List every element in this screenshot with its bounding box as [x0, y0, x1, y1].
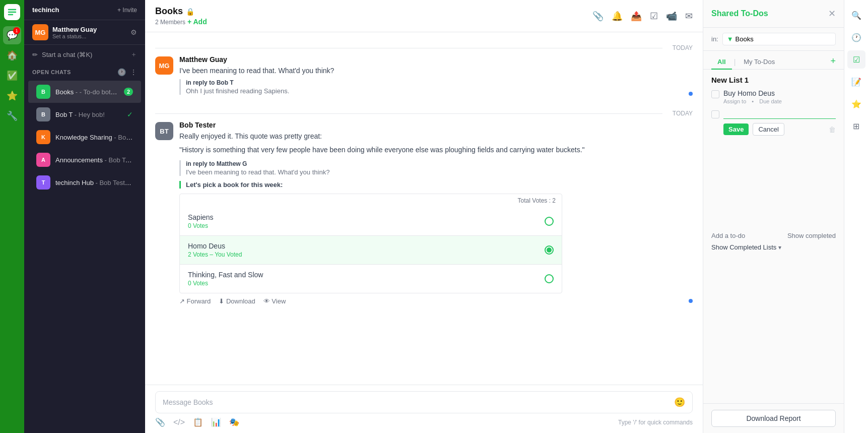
notes-sidebar-icon[interactable]: 📝	[847, 73, 865, 91]
chat-info-books: Books - - To-do bot: Matthew Gu	[55, 88, 119, 96]
todo-list-name: New List 1	[711, 76, 836, 84]
msg-quote: "History is something that very few peop…	[179, 145, 683, 155]
chat-item-books[interactable]: B Books - - To-do bot: Matthew Gu 2	[28, 81, 141, 103]
chat-item-bob[interactable]: B Bob T - Hey bob! ✓	[28, 103, 141, 126]
chat-item-knowledge[interactable]: K Knowledge Sharing - Bob Test	[28, 126, 141, 148]
attach-tool-icon[interactable]: 📎	[155, 417, 165, 427]
open-chats-actions: 🕐 ⋮	[117, 68, 137, 76]
msg-text-1: I've been meaning to read that. What'd y…	[179, 66, 683, 76]
todo-new-item-row	[711, 108, 836, 119]
start-chat-label: Start a chat (⌘K)	[42, 51, 92, 58]
msg-author-2: Bob Tester	[179, 121, 683, 129]
chat-item-announcements[interactable]: A Announcements - Bob Tester j...	[28, 149, 141, 171]
add-chat-icon[interactable]: ＋	[130, 50, 137, 59]
forward-action[interactable]: ↗ Forward	[179, 297, 211, 305]
todo-delete-icon[interactable]: 🗑	[829, 126, 836, 134]
poll-option-homo-deus[interactable]: Homo Deus 2 Votes – You Voted	[180, 236, 562, 265]
chat-avatar-bob: B	[36, 107, 50, 121]
open-chats-label: OPEN CHATS	[32, 69, 71, 75]
chart-tool-icon[interactable]: 📊	[211, 417, 221, 427]
download-report-button[interactable]: Download Report	[711, 410, 836, 427]
msg-content-2: Bob Tester Really enjoyed it. This quote…	[179, 121, 683, 305]
apps-sidebar-icon[interactable]: ⊞	[847, 117, 865, 135]
todo-save-button[interactable]: Save	[723, 123, 749, 135]
emoji-icon[interactable]: 🙂	[674, 397, 685, 408]
code-tool-icon[interactable]: </>	[173, 418, 185, 427]
main-chat: Books 🔒 2 Members + Add 📎 🔔 📤 ☑ 📹 ✉ TODA…	[145, 0, 703, 433]
chat-nav-icon[interactable]: 💬 1	[3, 26, 21, 44]
mute-icon[interactable]: 🔔	[612, 11, 623, 22]
poll-radio-thinking[interactable]	[545, 274, 554, 283]
history-sidebar-icon[interactable]: 🕐	[847, 28, 865, 46]
todo-close-button[interactable]: ✕	[828, 8, 836, 19]
todo-checkbox-1[interactable]	[711, 90, 719, 98]
start-chat-row[interactable]: ✏ Start a chat (⌘K) ＋	[24, 45, 145, 64]
tab-all[interactable]: All	[711, 55, 732, 70]
more-options-icon[interactable]: ⋮	[130, 68, 137, 76]
message-group-2: BT Bob Tester Really enjoyed it. This qu…	[155, 121, 693, 305]
poll-option-sapiens[interactable]: Sapiens 0 Votes	[180, 207, 562, 236]
todo-filter-input[interactable]: ▼ Books	[722, 33, 836, 45]
history-icon[interactable]: 🕐	[117, 68, 126, 76]
view-action[interactable]: 👁 View	[263, 297, 286, 305]
nav-header: techinch + Invite	[24, 0, 145, 20]
todo-tabs: All | My To-Dos +	[703, 51, 844, 70]
show-completed-link[interactable]: Show completed	[787, 232, 836, 239]
todo-filter-label: in:	[711, 35, 718, 43]
star-nav-icon[interactable]: ⭐	[3, 87, 21, 105]
search-sidebar-icon[interactable]: 🔍	[847, 6, 865, 24]
filter-icon: ▼	[727, 35, 733, 43]
home-nav-icon[interactable]: 🏠	[3, 46, 21, 65]
message-input-area: 🙂 📎 </> 📋 📊 🎭 Type '/' for quick command…	[145, 385, 703, 433]
poll-section: Let's pick a book for this week: Total V…	[179, 181, 683, 293]
todo-icon[interactable]: ☑	[650, 11, 658, 22]
due-date-label[interactable]: Due date	[759, 98, 782, 104]
note-tool-icon[interactable]: 📋	[193, 417, 203, 427]
settings-nav-icon[interactable]: 🔧	[3, 107, 21, 125]
show-completed-lists-label: Show Completed Lists	[711, 243, 776, 251]
tasks-nav-icon[interactable]: ✅	[3, 67, 21, 85]
giphy-tool-icon[interactable]: 🎭	[229, 417, 239, 427]
assign-to-label[interactable]: Assign to	[723, 98, 746, 104]
messages-area: TODAY MG Matthew Guay I've been meaning …	[145, 32, 703, 385]
gear-icon[interactable]: ⚙	[130, 28, 137, 36]
app-logo[interactable]	[4, 4, 20, 20]
chat-header: Books 🔒 2 Members + Add 📎 🔔 📤 ☑ 📹 ✉	[145, 0, 703, 32]
todo-checkbox-new[interactable]	[711, 110, 719, 118]
add-list-button[interactable]: +	[830, 56, 836, 69]
tab-my-todos[interactable]: My To-Dos	[738, 55, 781, 70]
chat-name-announcements: Announcements - Bob Tester j...	[55, 156, 133, 164]
add-todo-link[interactable]: Add a to-do	[711, 232, 745, 239]
download-action[interactable]: ⬇ Download	[219, 297, 255, 305]
message-input[interactable]	[163, 398, 670, 406]
todo-item-meta-1: Assign to • Due date	[723, 98, 836, 104]
chat-info-knowledge: Knowledge Sharing - Bob Test	[55, 134, 133, 141]
user-info: Matthew Guay Set a status...	[52, 26, 126, 39]
add-members-button[interactable]: + Add	[187, 18, 207, 26]
chat-title-row: Books 🔒	[155, 6, 207, 17]
reply-text-2: I've been meaning to read that. What'd y…	[186, 168, 683, 176]
poll-option-sapiens-text: Sapiens	[188, 213, 214, 221]
share-icon[interactable]: 📤	[631, 11, 642, 22]
poll-radio-homo-deus[interactable]	[545, 245, 554, 255]
todo-sidebar-icon[interactable]: ☑	[847, 50, 865, 69]
reply-block-1: in reply to Bob T Ohh I just finished re…	[179, 79, 683, 95]
poll-option-thinking[interactable]: Thinking, Fast and Slow 0 Votes	[180, 265, 562, 293]
email-icon[interactable]: ✉	[685, 11, 693, 22]
star-sidebar-icon[interactable]: ⭐	[847, 95, 865, 113]
chat-check-bob: ✓	[127, 110, 133, 118]
chat-item-hub[interactable]: T techinch Hub - Bob Tester join...	[28, 171, 141, 194]
todo-new-input[interactable]	[723, 108, 836, 119]
todo-cancel-button[interactable]: Cancel	[753, 123, 784, 136]
todo-panel-title: Shared To-Dos	[711, 9, 768, 18]
poll-radio-sapiens[interactable]	[545, 217, 554, 226]
chat-name-hub: techinch Hub - Bob Tester join...	[55, 179, 133, 187]
chat-avatar-announcements: A	[36, 153, 50, 167]
attach-icon[interactable]: 📎	[592, 11, 604, 22]
show-completed-lists-row[interactable]: Show Completed Lists ▾	[703, 241, 844, 257]
nav-panel: techinch + Invite MG Matthew Guay Set a …	[24, 0, 145, 433]
poll-total: Total Votes : 2	[180, 194, 562, 207]
user-status[interactable]: Set a status...	[52, 33, 126, 39]
video-icon[interactable]: 📹	[666, 11, 677, 22]
invite-button[interactable]: + Invite	[117, 7, 137, 14]
